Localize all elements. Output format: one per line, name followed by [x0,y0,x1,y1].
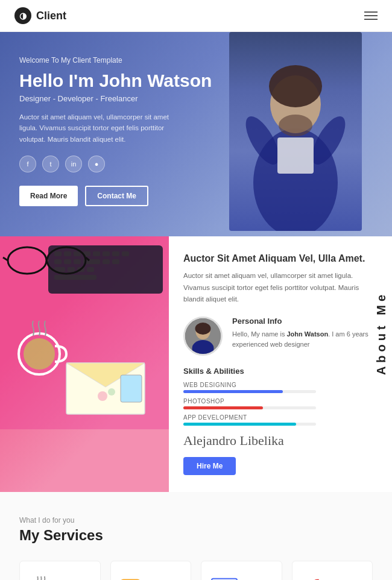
hero-buttons: Read More Contact Me [19,186,212,206]
hire-me-button[interactable]: Hire Me [183,457,236,475]
about-image-bg [0,236,169,492]
svg-rect-14 [103,251,110,256]
skills-heading: Skills & Abilities [183,367,374,376]
social-icons: f t in ● [19,156,212,172]
svg-rect-26 [87,267,94,272]
app-developer-icon [119,573,183,580]
personal-info-heading: Personal Info [232,317,374,326]
svg-rect-11 [74,251,81,256]
svg-rect-18 [64,259,71,264]
skill-bar-bg-web [183,390,316,393]
svg-rect-15 [112,251,119,256]
about-side-text: About Me [375,291,388,375]
service-card-web-design: 01 Web Design Vivamus suscipit tortort e… [19,561,101,580]
svg-rect-24 [68,267,75,272]
svg-rect-16 [122,251,129,256]
about-me-label: About Me [370,236,392,429]
hamburger-menu[interactable] [364,11,378,20]
svg-point-2 [269,65,322,107]
svg-point-34 [24,338,55,370]
skill-app-development: APP DEVELOPMENT [183,414,374,426]
facebook-icon[interactable]: f [19,156,36,172]
navbar: ◑ Client [0,0,392,32]
service-card-photoshop: 03 Photoshop Vivamus suscipit tortort eg… [201,561,282,580]
skill-label-app: APP DEVELOPMENT [183,414,374,421]
service-card-creative-psd: 04 Creative PSD Vivamus suscipit tortort… [292,561,373,580]
svg-rect-27 [54,275,96,280]
hero-person-image [217,32,374,236]
avatar [183,317,223,356]
svg-rect-9 [54,251,62,256]
hero-content: Welcome To My Client Template Hello I'm … [19,56,212,206]
web-design-icon [28,573,92,580]
about-content-column: Auctor Sit Amet Aliquam Vel, Ulla Amet. … [169,236,392,492]
about-title: Auctor Sit Amet Aliquam Vel, Ulla Amet. [183,253,374,264]
personal-info-text: Personal Info Hello, My name is John Wat… [232,317,374,350]
skill-bar-photoshop [183,406,263,409]
brand: ◑ Client [14,7,66,24]
creative-psd-icon [301,573,364,580]
personal-info-row: Personal Info Hello, My name is John Wat… [183,317,374,356]
services-grid: 01 Web Design Vivamus suscipit tortort e… [19,561,373,580]
svg-point-37 [98,391,107,401]
hero-description: Auctor sit amet aliquam vel, ullamcorper… [19,112,176,145]
svg-rect-19 [74,259,81,264]
about-description: Auctor sit amet aliquam vel, ullamcorper… [183,270,374,306]
services-section: What I do for you My Services 01 [0,492,392,580]
brand-icon: ◑ [14,7,31,24]
svg-rect-39 [121,375,142,402]
svg-rect-13 [93,251,100,256]
signature: Alejandro Libelika [183,433,374,449]
skill-bar-bg-app [183,423,316,426]
about-section: About Me Auctor Sit Amet Aliquam Vel, Ul… [0,236,392,492]
personal-info-body: Hello, My name is John Watson. I am 6 ye… [232,329,374,350]
hero-subtitle: Designer - Developer - Freelancer [19,94,212,103]
skill-photoshop: PHOTOSHOP [183,398,374,409]
svg-rect-21 [103,259,110,264]
svg-rect-10 [64,251,71,256]
hero-welcome: Welcome To My Client Template [19,56,212,65]
hero-name: Hello I'm John Watson [19,71,212,90]
svg-point-6 [279,115,312,136]
skill-bar-bg-photoshop [183,406,316,409]
twitter-icon[interactable]: t [42,156,59,172]
svg-rect-17 [54,259,62,264]
hero-section: Welcome To My Client Template Hello I'm … [0,32,392,236]
svg-rect-22 [112,259,119,264]
svg-point-42 [195,323,211,335]
svg-point-38 [108,388,115,396]
linkedin-icon[interactable]: in [65,156,82,172]
skill-label-photoshop: PHOTOSHOP [183,398,374,405]
about-image-column [0,236,169,492]
services-title: My Services [19,527,373,544]
service-card-app-developer: 02 App Developer Vivamus suscipit tortor… [110,561,192,580]
skill-bar-web [183,390,283,393]
photoshop-icon [210,573,273,580]
skill-bar-app [183,423,296,426]
contact-button[interactable]: Contact Me [85,186,148,206]
social-icon-4[interactable]: ● [88,156,105,172]
read-more-button[interactable]: Read More [19,186,78,206]
services-label: What I do for you [19,516,373,525]
skill-web-designing: WEB DESIGNING [183,382,374,393]
person-photo [229,32,362,231]
svg-rect-5 [277,137,314,174]
skill-label-web: WEB DESIGNING [183,382,374,388]
brand-name: Client [36,10,66,22]
